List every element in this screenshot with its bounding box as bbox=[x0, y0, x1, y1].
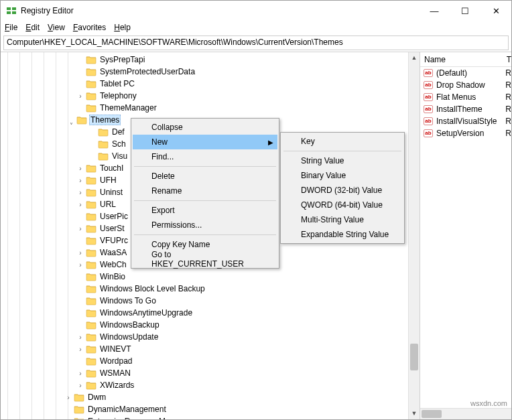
expander-icon[interactable]: › bbox=[76, 92, 85, 100]
tree-item-label: WINEVT bbox=[99, 344, 133, 354]
menu-bar: File Edit View Favorites Help bbox=[1, 21, 511, 34]
tree-item[interactable]: Windows To Go bbox=[1, 295, 408, 307]
menu-separator bbox=[134, 234, 276, 235]
menu-item[interactable]: Delete bbox=[133, 169, 277, 184]
values-header[interactable]: Name T bbox=[420, 52, 511, 67]
tree-item-label: EnterpriseResourceManager bbox=[86, 417, 192, 419]
value-row[interactable]: abSetupVersionR bbox=[420, 127, 511, 139]
menu-separator bbox=[134, 200, 276, 201]
menu-item[interactable]: Collapse bbox=[133, 120, 277, 135]
column-type[interactable]: T bbox=[507, 55, 511, 64]
minimize-button[interactable]: — bbox=[419, 1, 450, 21]
tree-item[interactable]: ›WSMAN bbox=[1, 367, 408, 379]
value-type: R bbox=[505, 129, 511, 138]
tree-item[interactable]: ›Telephony bbox=[1, 90, 408, 102]
expander-icon[interactable]: › bbox=[76, 261, 85, 269]
value-row[interactable]: abInstallVisualStyleR bbox=[420, 115, 511, 127]
tree-item[interactable]: ›WINEVT bbox=[1, 343, 408, 355]
value-row[interactable]: abFlat MenusR bbox=[420, 91, 511, 103]
close-button[interactable]: ✕ bbox=[481, 1, 511, 21]
folder-icon bbox=[86, 176, 97, 185]
expander-icon[interactable]: › bbox=[76, 165, 85, 172]
folder-icon bbox=[86, 236, 97, 245]
tree-item-label: Def bbox=[111, 127, 126, 137]
menu-item[interactable]: New▶ bbox=[133, 135, 277, 149]
tree-item[interactable]: DynamicManagement bbox=[1, 403, 408, 415]
tree-item-label: WindowsUpdate bbox=[99, 332, 159, 342]
tree-item[interactable]: SysPrepTapi bbox=[1, 54, 408, 66]
value-row[interactable]: ab(Default)R bbox=[420, 67, 511, 79]
tree-item-label: Telephony bbox=[99, 91, 138, 100]
menu-favorites[interactable]: Favorites bbox=[73, 23, 106, 32]
menu-item[interactable]: QWORD (64-bit) Value bbox=[282, 198, 403, 212]
expander-icon[interactable]: › bbox=[76, 225, 85, 232]
value-row[interactable]: abDrop ShadowR bbox=[420, 79, 511, 91]
tree-item-label: WSMAN bbox=[99, 368, 132, 378]
menu-separator bbox=[283, 151, 401, 151]
menu-item[interactable]: Go to HKEY_CURRENT_USER bbox=[133, 252, 277, 267]
tree-item-label: Windows To Go bbox=[99, 296, 157, 305]
tree-item[interactable]: Wordpad bbox=[1, 355, 408, 367]
tree-item-label: UserSt bbox=[99, 224, 126, 233]
scroll-down[interactable]: ▼ bbox=[409, 408, 420, 419]
folder-icon bbox=[74, 417, 84, 419]
address-bar[interactable]: Computer\HKEY_LOCAL_MACHINE\SOFTWARE\Mic… bbox=[3, 36, 509, 50]
values-list[interactable]: ab(Default)RabDrop ShadowRabFlat MenusRa… bbox=[420, 67, 511, 139]
values-hscrollbar[interactable] bbox=[420, 408, 511, 419]
expander-icon[interactable]: › bbox=[76, 249, 85, 257]
expander-icon[interactable]: › bbox=[76, 177, 85, 184]
folder-icon bbox=[86, 163, 97, 173]
tree-item-label: Sch bbox=[111, 139, 127, 149]
tree-item[interactable]: Tablet PC bbox=[1, 78, 408, 90]
value-row[interactable]: abInstallThemeR bbox=[420, 103, 511, 115]
menu-item[interactable]: Multi-String Value bbox=[282, 212, 403, 227]
menu-file[interactable]: File bbox=[5, 23, 17, 32]
expander-icon[interactable]: › bbox=[76, 334, 85, 341]
column-name[interactable]: Name bbox=[424, 55, 507, 64]
tree-item[interactable]: EnterpriseResourceManager bbox=[1, 415, 408, 419]
tree-scrollbar[interactable]: ▲ ▼ bbox=[408, 52, 420, 419]
hscroll-thumb[interactable] bbox=[422, 410, 442, 418]
expander-icon[interactable]: › bbox=[76, 189, 85, 196]
tree-item-label: URL bbox=[99, 200, 117, 209]
menu-item[interactable]: Find... bbox=[133, 149, 277, 164]
menu-item[interactable]: Permissions... bbox=[133, 218, 277, 232]
window-title: Registry Editor bbox=[21, 6, 419, 15]
menu-item[interactable]: Export bbox=[133, 203, 277, 218]
expander-icon[interactable]: › bbox=[76, 201, 85, 208]
tree-item-label: WinBio bbox=[99, 272, 127, 281]
menu-item[interactable]: Expandable String Value bbox=[282, 227, 403, 242]
tree-item[interactable]: ›WindowsUpdate bbox=[1, 331, 408, 343]
tree-item-label: WindowsAnytimeUpgrade bbox=[99, 308, 194, 318]
tree-item[interactable]: WindowsAnytimeUpgrade bbox=[1, 307, 408, 319]
expander-icon[interactable]: ˬ bbox=[66, 117, 76, 124]
menu-item[interactable]: DWORD (32-bit) Value bbox=[282, 183, 403, 198]
tree-item[interactable]: Windows Block Level Backup bbox=[1, 283, 408, 295]
menu-view[interactable]: View bbox=[48, 23, 65, 32]
value-type: R bbox=[505, 104, 511, 114]
scroll-thumb[interactable] bbox=[410, 344, 418, 370]
expander-icon[interactable]: › bbox=[76, 370, 85, 377]
tree-item[interactable]: WinBio bbox=[1, 271, 408, 283]
scroll-up[interactable]: ▲ bbox=[409, 52, 420, 64]
menu-item[interactable]: String Value bbox=[282, 153, 403, 168]
menu-item[interactable]: Key bbox=[282, 134, 403, 149]
menu-edit[interactable]: Edit bbox=[25, 23, 40, 32]
maximize-button[interactable]: ☐ bbox=[450, 1, 481, 21]
expander-icon[interactable]: › bbox=[76, 382, 85, 389]
menu-help[interactable]: Help bbox=[114, 23, 131, 32]
expander-icon[interactable]: › bbox=[64, 394, 73, 401]
folder-icon bbox=[86, 332, 97, 342]
tree-item[interactable]: ThemeManager bbox=[1, 102, 408, 114]
menu-item[interactable]: Rename bbox=[133, 184, 277, 198]
tree-item-label: Wordpad bbox=[99, 356, 133, 366]
tree-item[interactable]: ›XWizards bbox=[1, 379, 408, 391]
tree-item[interactable]: ›Dwm bbox=[1, 391, 408, 403]
tree-item[interactable]: WindowsBackup bbox=[1, 319, 408, 331]
tree-context-menu[interactable]: CollapseNew▶Find...DeleteRenameExportPer… bbox=[131, 118, 279, 269]
tree-item[interactable]: SystemProtectedUserData bbox=[1, 66, 408, 78]
folder-icon bbox=[86, 272, 97, 281]
new-submenu[interactable]: KeyString ValueBinary ValueDWORD (32-bit… bbox=[280, 132, 405, 244]
expander-icon[interactable]: › bbox=[76, 346, 85, 353]
menu-item[interactable]: Binary Value bbox=[282, 168, 403, 183]
